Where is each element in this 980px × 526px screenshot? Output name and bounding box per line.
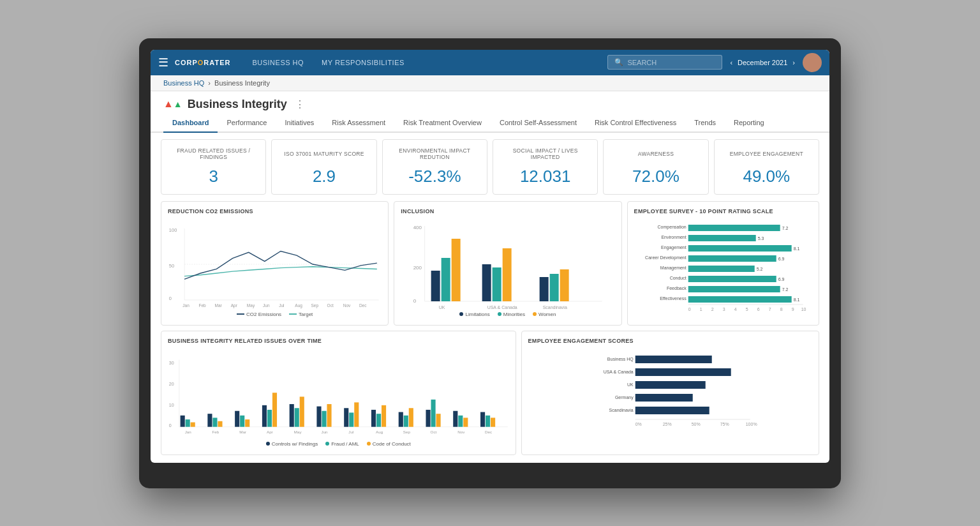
kpi-social-value: 12.031 bbox=[500, 167, 591, 186]
svg-text:Nov: Nov bbox=[343, 303, 351, 308]
kpi-fraud-label: FRAUD RELATED ISSUES / FINDINGS bbox=[168, 146, 259, 162]
svg-rect-108 bbox=[458, 415, 463, 426]
screen: ☰ CORPORATER BUSINESS HQ MY RESPONSIBILI… bbox=[151, 50, 829, 463]
nav-my-responsibilities[interactable]: MY RESPONSIBILITIES bbox=[313, 50, 413, 75]
kpi-env-value: -52.3% bbox=[389, 167, 480, 186]
laptop-frame: ☰ CORPORATER BUSINESS HQ MY RESPONSIBILI… bbox=[139, 38, 841, 488]
kpi-row: FRAUD RELATED ISSUES / FINDINGS 3 ISO 37… bbox=[151, 133, 829, 201]
svg-text:Jun: Jun bbox=[263, 303, 270, 308]
inclusion-legend-minorities: Minorities bbox=[503, 312, 525, 317]
svg-rect-86 bbox=[262, 405, 267, 426]
svg-text:2: 2 bbox=[711, 307, 713, 312]
svg-text:100: 100 bbox=[169, 227, 177, 232]
tab-reporting[interactable]: Reporting bbox=[725, 114, 773, 133]
breadcrumb-current: Business Integrity bbox=[214, 79, 270, 87]
kpi-awareness-value: 72.0% bbox=[610, 167, 701, 186]
tab-trends[interactable]: Trends bbox=[685, 114, 725, 133]
svg-text:Career Development: Career Development bbox=[645, 255, 687, 260]
svg-rect-27 bbox=[493, 267, 501, 301]
tab-initiatives[interactable]: Initiatives bbox=[276, 114, 323, 133]
svg-rect-102 bbox=[404, 415, 408, 426]
svg-text:8: 8 bbox=[780, 307, 782, 312]
svg-rect-92 bbox=[316, 406, 321, 426]
svg-rect-36 bbox=[688, 225, 780, 231]
kpi-social: SOCIAL IMPACT / LIVES IMPACTED 12.031 bbox=[493, 139, 598, 195]
svg-text:0: 0 bbox=[688, 307, 690, 312]
svg-rect-83 bbox=[235, 410, 239, 426]
svg-text:50: 50 bbox=[169, 262, 174, 268]
co2-legend-co2: CO2 Emissions bbox=[246, 312, 281, 317]
svg-text:10: 10 bbox=[801, 307, 806, 312]
engagement-svg: Business HQ USA & Canada UK Germany Scan… bbox=[528, 349, 812, 448]
svg-text:Feb: Feb bbox=[198, 303, 206, 308]
tab-dashboard[interactable]: Dashboard bbox=[163, 114, 218, 133]
svg-rect-93 bbox=[322, 410, 326, 426]
integrity-legend-code: Code of Conduct bbox=[373, 441, 411, 447]
svg-text:7.2: 7.2 bbox=[782, 226, 788, 230]
kpi-social-label: SOCIAL IMPACT / LIVES IMPACTED bbox=[500, 146, 591, 162]
kpi-iso-label: ISO 37001 MATURITY SCORE bbox=[278, 146, 369, 162]
svg-rect-39 bbox=[688, 235, 755, 241]
breadcrumb: Business HQ › Business Integrity bbox=[151, 75, 829, 91]
svg-text:Dec: Dec bbox=[485, 430, 492, 434]
svg-rect-25 bbox=[452, 239, 461, 301]
svg-text:Nov: Nov bbox=[457, 430, 465, 434]
search-input[interactable] bbox=[627, 59, 715, 66]
next-date-icon[interactable]: › bbox=[792, 59, 795, 66]
svg-text:Effectiveness: Effectiveness bbox=[660, 296, 687, 301]
svg-text:USA & Canada: USA & Canada bbox=[487, 305, 517, 309]
svg-text:8.1: 8.1 bbox=[793, 297, 799, 302]
breadcrumb-parent[interactable]: Business HQ bbox=[163, 79, 204, 87]
kpi-awareness-label: AWARENESS bbox=[610, 146, 701, 162]
svg-rect-51 bbox=[688, 276, 776, 282]
svg-text:Management: Management bbox=[660, 266, 686, 271]
svg-rect-54 bbox=[688, 286, 780, 292]
kpi-iso: ISO 37001 MATURITY SCORE 2.9 bbox=[271, 139, 376, 195]
svg-rect-90 bbox=[295, 408, 299, 426]
svg-text:Mar: Mar bbox=[215, 303, 223, 308]
svg-rect-106 bbox=[436, 414, 441, 426]
tab-risk-assessment[interactable]: Risk Assessment bbox=[323, 114, 394, 133]
svg-text:8.1: 8.1 bbox=[793, 246, 799, 251]
tab-performance[interactable]: Performance bbox=[218, 114, 276, 133]
svg-rect-130 bbox=[635, 381, 705, 389]
svg-rect-28 bbox=[503, 248, 512, 301]
svg-text:Apr: Apr bbox=[267, 430, 273, 434]
svg-rect-100 bbox=[382, 405, 386, 426]
integrity-chart-title: BUSINESS INTEGRITY RELATED ISSUES OVER T… bbox=[168, 338, 509, 344]
tab-risk-control[interactable]: Risk Control Effectiveness bbox=[586, 114, 685, 133]
search-bar[interactable]: 🔍 bbox=[607, 55, 722, 70]
svg-text:100%: 100% bbox=[745, 422, 757, 426]
co2-svg: 100 50 0 Jan Feb Mar Apr May Jun bbox=[168, 220, 382, 309]
svg-text:Environment: Environment bbox=[661, 235, 686, 239]
hamburger-icon[interactable]: ☰ bbox=[158, 56, 168, 70]
svg-rect-45 bbox=[688, 255, 776, 262]
prev-date-icon[interactable]: ‹ bbox=[730, 59, 732, 66]
tab-control-self[interactable]: Control Self-Assessment bbox=[491, 114, 586, 133]
kpi-fraud-value: 3 bbox=[168, 167, 259, 186]
inclusion-legend-limitations: Limitations bbox=[465, 312, 489, 317]
svg-text:0%: 0% bbox=[635, 422, 641, 426]
svg-text:Oct: Oct bbox=[327, 303, 334, 308]
svg-text:75%: 75% bbox=[720, 422, 729, 426]
tab-risk-treatment[interactable]: Risk Treatment Overview bbox=[394, 114, 491, 133]
svg-text:6.9: 6.9 bbox=[778, 277, 784, 282]
svg-text:Engagement: Engagement bbox=[661, 245, 687, 250]
svg-text:Feedback: Feedback bbox=[667, 286, 687, 290]
page-header: ▲ ▲ Business Integrity ⋮ bbox=[151, 91, 829, 111]
nav-business-hq[interactable]: BUSINESS HQ bbox=[243, 50, 313, 75]
avatar[interactable] bbox=[803, 53, 822, 72]
svg-rect-80 bbox=[207, 414, 212, 426]
svg-rect-128 bbox=[635, 368, 731, 376]
survey-chart-title: EMPLOYEE SURVEY - 10 POINT RATING SCALE bbox=[634, 208, 812, 214]
svg-text:Sep: Sep bbox=[311, 303, 318, 308]
co2-chart-title: REDUCTION CO2 EMISSIONS bbox=[168, 208, 382, 214]
more-options-icon[interactable]: ⋮ bbox=[295, 98, 305, 110]
svg-text:0: 0 bbox=[169, 423, 172, 428]
svg-text:Jul: Jul bbox=[279, 303, 285, 308]
svg-rect-126 bbox=[635, 356, 711, 363]
inclusion-chart-title: INCLUSION bbox=[401, 208, 614, 214]
svg-text:May: May bbox=[247, 303, 255, 308]
svg-text:4: 4 bbox=[734, 307, 736, 312]
kpi-env: ENVIRONMENTAL IMPACT REDUTION -52.3% bbox=[382, 139, 487, 195]
